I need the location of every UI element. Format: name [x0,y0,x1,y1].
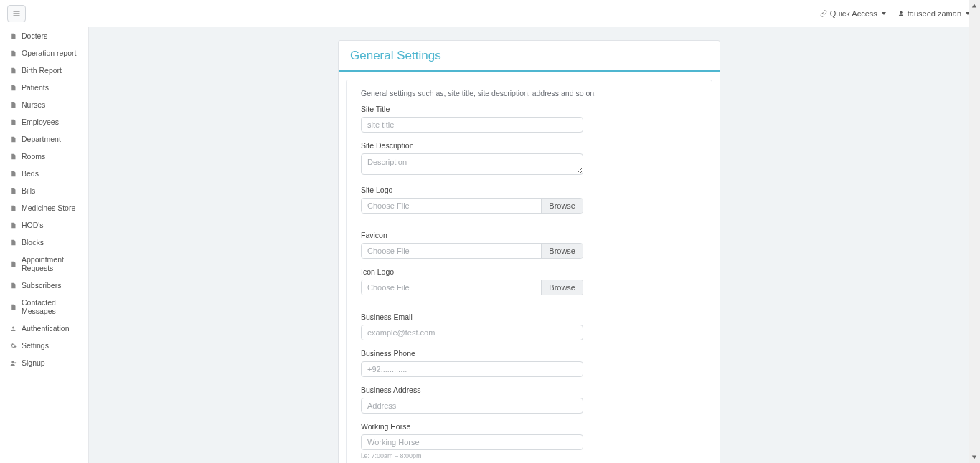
svg-point-5 [11,361,14,363]
sidebar-item-signup[interactable]: Signup [0,354,88,371]
file-icon [10,33,17,39]
icon-logo-label: Icon Logo [361,267,697,276]
sidebar-item-settings[interactable]: Settings [0,337,88,354]
username-label: tauseed zaman [908,9,961,18]
favicon-label: Favicon [361,231,697,239]
business-phone-label: Business Phone [361,349,697,358]
file-icon [10,67,17,74]
browser-scrollbar[interactable] [969,0,980,463]
scroll-up-button[interactable] [969,0,980,11]
page-title: General Settings [339,41,720,72]
browse-button[interactable]: Browse [541,244,583,258]
file-icon [10,261,17,267]
site-title-label: Site Title [361,105,697,113]
sidebar-item-label: Signup [22,358,45,367]
file-icon [10,136,17,143]
sidebar-item-label: Contacted Messages [22,298,81,315]
sidebar-item-label: Appointment Requests [22,255,81,272]
sidebar-item-employees[interactable]: Employees [0,113,88,130]
browse-button[interactable]: Browse [541,199,583,213]
sidebar-item-label: HOD's [22,221,44,229]
main-content: General Settings General settings such a… [89,27,980,463]
file-icon [10,188,17,194]
sidebar-item-label: Operation report [22,49,76,57]
sidebar-item-label: Authentication [22,324,70,333]
sidebar-item-label: Department [22,135,61,143]
svg-point-4 [12,326,14,328]
svg-marker-7 [972,456,976,459]
sidebar-item-label: Medicines Store [22,204,75,212]
user-plus-icon [10,360,17,366]
sidebar-item-operation-report[interactable]: Operation report [0,44,88,62]
sidebar-item-label: Birth Report [22,66,62,75]
chevron-down-icon [882,12,886,15]
link-icon [820,10,827,17]
sidebar-item-label: Subscribers [22,281,61,290]
file-icon [10,102,17,108]
sidebar-item-label: Docters [22,32,47,40]
sidebar-item-label: Settings [22,341,49,350]
svg-marker-6 [972,4,976,8]
sidebar-item-docters[interactable]: Docters [0,27,88,44]
sidebar-item-hods[interactable]: HOD's [0,216,88,234]
sidebar-item-patients[interactable]: Patients [0,79,88,96]
favicon-file-input[interactable]: Choose File Browse [361,243,583,259]
site-logo-file-input[interactable]: Choose File Browse [361,198,583,214]
sidebar-item-nurses[interactable]: Nurses [0,96,88,113]
file-placeholder: Choose File [362,244,541,258]
scroll-down-button[interactable] [969,452,980,463]
file-icon [10,205,17,211]
sidebar-item-label: Bills [22,186,35,195]
sidebar-item-department[interactable]: Department [0,130,88,148]
user-menu-dropdown[interactable]: tauseed zaman [897,9,970,18]
sidebar-item-bills[interactable]: Bills [0,182,88,199]
sidebar-item-label: Rooms [22,152,45,161]
business-address-input[interactable] [361,398,583,414]
quick-access-dropdown[interactable]: Quick Access [820,9,886,18]
file-icon [10,153,17,160]
file-icon [10,85,17,91]
menu-toggle-button[interactable] [7,5,26,22]
business-phone-input[interactable] [361,361,583,377]
site-description-label: Site Description [361,141,697,150]
user-icon [897,10,905,17]
sidebar-item-birth-report[interactable]: Birth Report [0,62,88,79]
topbar-right: Quick Access tauseed zaman [820,9,970,18]
file-icon [10,119,17,125]
file-placeholder: Choose File [362,199,541,213]
sidebar-item-rooms[interactable]: Rooms [0,148,88,165]
file-icon [10,239,17,246]
file-icon [10,282,17,289]
sidebar-item-label: Beds [22,169,39,178]
business-email-input[interactable] [361,325,583,340]
working-horse-input[interactable] [361,434,583,450]
icon-logo-file-input[interactable]: Choose File Browse [361,280,583,295]
sidebar-item-label: Blocks [22,238,44,247]
sidebar-item-appointment-requests[interactable]: Appointment Requests [0,251,88,277]
settings-panel: General settings such as, site title, si… [346,80,712,463]
quick-access-label: Quick Access [830,9,877,18]
sidebar-item-label: Nurses [22,100,45,109]
sidebar-item-contacted-messages[interactable]: Contacted Messages [0,294,88,320]
sidebar-item-subscribers[interactable]: Subscribers [0,277,88,294]
file-icon [10,304,17,310]
browse-button[interactable]: Browse [541,280,583,295]
sidebar-item-beds[interactable]: Beds [0,165,88,182]
file-icon [10,222,17,229]
file-icon [10,50,17,57]
user-icon [10,325,17,332]
hamburger-icon [12,9,21,18]
site-logo-label: Site Logo [361,186,697,194]
gear-icon [10,343,17,349]
sidebar-item-medicines-store[interactable]: Medicines Store [0,199,88,216]
site-title-input[interactable] [361,117,583,133]
settings-description: General settings such as, site title, si… [361,89,697,97]
settings-card: General Settings General settings such a… [338,40,720,463]
sidebar-item-blocks[interactable]: Blocks [0,234,88,251]
working-horse-help: i.e: 7:00am – 8:00pm [361,452,697,459]
site-description-input[interactable] [361,153,583,175]
sidebar-item-label: Patients [22,83,49,92]
sidebar-item-authentication[interactable]: Authentication [0,320,88,337]
business-address-label: Business Address [361,386,697,394]
sidebar-item-label: Employees [22,118,59,126]
